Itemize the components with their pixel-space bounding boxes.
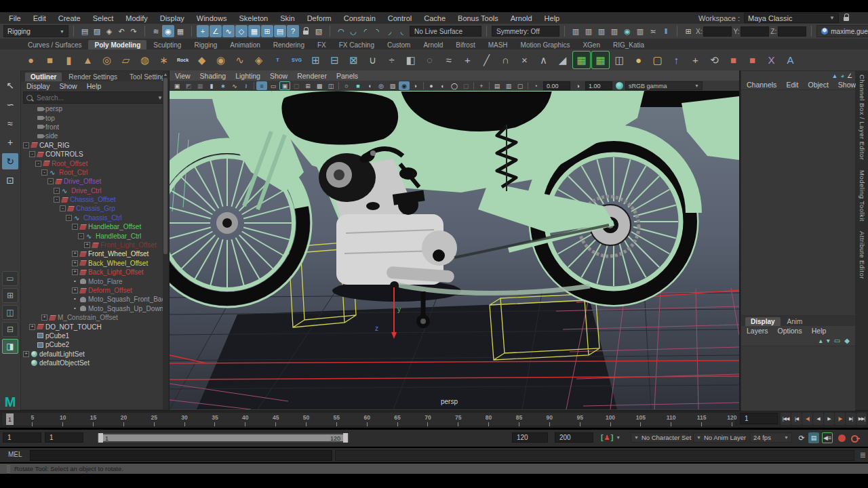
expand-toggle[interactable]: +	[72, 260, 78, 266]
outliner-item[interactable]: - Drive_Ctrl	[21, 186, 168, 195]
menu-item[interactable]: Bonus Tools	[452, 14, 505, 22]
snap-icon[interactable]: ◝	[372, 25, 384, 37]
expand-toggle[interactable]	[29, 333, 35, 339]
expand-toggle[interactable]: -	[35, 161, 41, 167]
viewport-icon[interactable]: ∿	[229, 81, 240, 90]
shelf-icon[interactable]: ◎	[98, 51, 116, 69]
outliner-item[interactable]: - Drive_Offset	[21, 177, 168, 186]
channel-menu-item[interactable]: Channels	[747, 81, 782, 89]
outliner-item[interactable]: - Handlebar_Offset	[21, 222, 168, 231]
viewport-icon[interactable]	[528, 82, 528, 89]
shelf-tab[interactable]: FX Caching	[333, 40, 380, 49]
status-icon[interactable]: ↷	[127, 25, 140, 37]
viewport-icon[interactable]: ◎	[376, 81, 387, 90]
search-input[interactable]	[35, 94, 153, 102]
menu-item[interactable]: Deform	[301, 14, 338, 22]
channel-corner-icon[interactable]: ∠	[847, 73, 852, 79]
y-input[interactable]	[741, 26, 769, 37]
character-set-dropdown[interactable]: ▼No Character Set	[631, 432, 689, 443]
outliner-item[interactable]: + DO_NOT_TOUCH	[21, 322, 168, 331]
menu-item[interactable]: Skin	[274, 14, 300, 22]
channel-menu-item[interactable]: Object	[808, 81, 833, 89]
shelf-icon[interactable]: T	[269, 51, 287, 69]
render-icon[interactable]: ▥	[570, 25, 582, 37]
viewport-icon[interactable]: ≡	[256, 81, 267, 90]
expand-toggle[interactable]	[29, 124, 35, 130]
selection-mask-icon[interactable]: ▦	[248, 25, 260, 37]
outliner-item[interactable]: + Deform_Offset	[21, 286, 168, 295]
grid-coords-icon[interactable]: ⊞	[682, 25, 694, 37]
exposure-field[interactable]: 0.00	[543, 81, 570, 90]
viewport-icon[interactable]: ≀	[241, 81, 252, 90]
viewport-icon[interactable]: ◯	[449, 81, 460, 90]
expand-toggle[interactable]	[29, 106, 35, 112]
expand-toggle[interactable]: •	[72, 306, 78, 312]
selection-mask-icon[interactable]: ▤	[274, 25, 286, 37]
layer-menu-item[interactable]: Options	[778, 327, 808, 335]
workspace-dropdown[interactable]: Maya Classic▼	[744, 13, 839, 23]
viewport-icon[interactable]	[338, 82, 339, 89]
outliner-item[interactable]: - CONTROLS	[21, 150, 168, 159]
status-icon[interactable]: ▨	[91, 25, 103, 37]
tool-button[interactable]: ⊡	[2, 172, 18, 188]
expand-toggle[interactable]: -	[47, 178, 54, 184]
shelf-icon[interactable]: ■	[743, 51, 762, 69]
viewport-icon[interactable]: ▭	[268, 81, 279, 90]
viewport-menu-item[interactable]: View	[175, 72, 196, 80]
expand-toggle[interactable]: -	[72, 224, 78, 230]
shelf-icon[interactable]: ⊞	[307, 51, 325, 69]
outliner-item[interactable]: top	[21, 113, 168, 122]
status-icon[interactable]: ◈	[103, 25, 115, 37]
expand-toggle[interactable]: +	[72, 269, 78, 275]
playback-button[interactable]: ▶|	[846, 413, 856, 425]
symmetry-field[interactable]: Symmetry: Off	[492, 26, 559, 37]
menu-item[interactable]: Arnold	[505, 14, 538, 22]
shelf-icon[interactable]: ▱	[117, 51, 135, 69]
expand-toggle[interactable]: -	[66, 215, 72, 221]
range-slider-range[interactable]	[98, 434, 348, 441]
timeline-ruler[interactable]: 5101520253035404550556065707580859095100…	[1, 412, 736, 426]
view-transform-dropdown[interactable]: sRGB gamma▼	[625, 81, 703, 90]
sidebar-vertical-tab[interactable]: Channel Box / Layer Editor	[859, 75, 866, 161]
viewport-icon[interactable]: ◗	[410, 81, 421, 90]
snap-icon[interactable]: ◡	[347, 25, 359, 37]
expand-toggle[interactable]: -	[54, 197, 60, 203]
shelf-tab[interactable]: Curves / Surfaces	[22, 40, 87, 49]
layer-action-icon[interactable]: ▭	[834, 337, 840, 344]
shelf-tab[interactable]: Sculpting	[147, 40, 187, 49]
gamma-icon[interactable]: ◑	[572, 81, 583, 90]
layer-menu-item[interactable]: Layers	[747, 327, 774, 335]
layout-button[interactable]: ▭	[2, 271, 18, 286]
expand-toggle[interactable]: -	[23, 142, 29, 148]
outliner-item[interactable]: pCube1	[21, 331, 168, 340]
menu-set-dropdown[interactable]: Rigging▼	[3, 25, 68, 37]
playback-button[interactable]: |◀	[791, 413, 802, 425]
viewport-icon[interactable]: ◫	[326, 81, 336, 90]
panel-tab[interactable]: Outliner	[25, 73, 62, 81]
scroll-up-icon[interactable]: ▲	[163, 71, 168, 77]
panel-menu-item[interactable]: Help	[87, 82, 107, 90]
status-icon[interactable]: ↶	[115, 25, 127, 37]
viewport-icon[interactable]: ▮	[206, 81, 217, 90]
shelf-icon[interactable]: ∿	[231, 51, 249, 69]
playback-button[interactable]: |◀◀	[781, 413, 791, 425]
animation-end-field[interactable]: 200	[555, 432, 593, 443]
mel-input[interactable]	[30, 450, 332, 461]
shelf-icon[interactable]: ∗	[155, 51, 173, 69]
panel-menu-item[interactable]: Display	[26, 82, 55, 90]
range-end-handle[interactable]	[343, 433, 348, 443]
outliner-item[interactable]: • Moto_Flare	[21, 277, 168, 285]
viewport-icon[interactable]: ▢	[460, 81, 471, 90]
panel-menu-item[interactable]: Show	[59, 82, 82, 90]
snap-icon[interactable]: ◞	[384, 25, 396, 37]
color-management-icon[interactable]	[616, 82, 623, 89]
live-surface-field[interactable]: No Live Surface	[410, 26, 481, 37]
record-icon[interactable]	[836, 432, 847, 443]
shelf-icon[interactable]: +	[458, 51, 477, 69]
shelf-icon[interactable]: ▦	[591, 51, 610, 69]
menu-item[interactable]: Constrain	[338, 14, 382, 22]
current-frame-field[interactable]: 1	[740, 413, 778, 424]
render-icon[interactable]: ▥	[595, 25, 608, 37]
render-icon[interactable]: ▥	[583, 25, 595, 37]
menu-item[interactable]: Control	[382, 14, 418, 22]
